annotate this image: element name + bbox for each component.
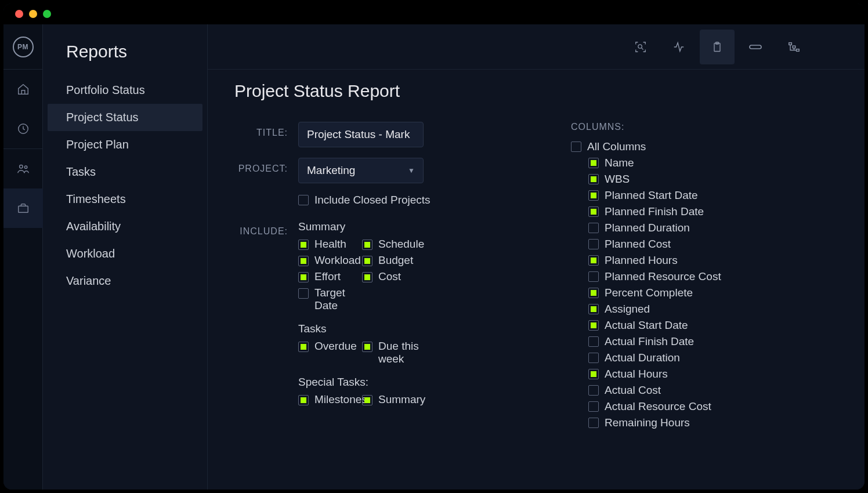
activity-icon (672, 41, 685, 53)
clipboard-icon (711, 41, 723, 53)
column-percent-complete-checkbox[interactable]: Percent Complete (571, 287, 780, 299)
svg-rect-9 (793, 46, 795, 48)
sidebar-item-tasks[interactable]: Tasks (43, 158, 207, 186)
column-planned-resource-cost-checkbox[interactable]: Planned Resource Cost (571, 270, 780, 283)
tool-activity[interactable] (661, 30, 696, 64)
svg-rect-8 (789, 42, 792, 45)
page-title: Project Status Report (234, 81, 838, 101)
nav-portfolio[interactable] (3, 188, 43, 228)
column-name-checkbox[interactable]: Name (571, 157, 780, 169)
sidebar-item-project-plan[interactable]: Project Plan (43, 131, 207, 158)
svg-rect-7 (750, 45, 761, 49)
nav-recent[interactable] (3, 109, 43, 148)
home-icon (17, 83, 30, 96)
tool-attach[interactable] (738, 30, 773, 64)
svg-point-4 (638, 44, 642, 48)
column-actual-cost-checkbox[interactable]: Actual Cost (571, 384, 780, 397)
people-icon (16, 162, 30, 175)
svg-point-2 (24, 166, 27, 168)
include-target-date-checkbox[interactable]: Target Date (298, 287, 362, 312)
tool-hierarchy[interactable] (776, 30, 811, 64)
chevron-down-icon: ▼ (408, 166, 415, 175)
include-budget-checkbox[interactable]: Budget (362, 254, 437, 267)
sidebar-item-portfolio-status[interactable]: Portfolio Status (43, 77, 207, 104)
svg-rect-10 (797, 49, 800, 51)
app-logo[interactable]: PM (3, 24, 43, 70)
column-planned-duration-checkbox[interactable]: Planned Duration (571, 222, 780, 234)
title-input[interactable]: Project Status - Mark (298, 122, 424, 147)
sidebar-item-workload[interactable]: Workload (43, 240, 207, 267)
sidebar-item-variance[interactable]: Variance (43, 267, 207, 295)
include-workload-checkbox[interactable]: Workload (298, 254, 362, 267)
scan-search-icon (634, 41, 647, 53)
include-overdue-checkbox[interactable]: Overdue (298, 340, 362, 353)
column-remaining-hours-checkbox[interactable]: Remaining Hours (571, 416, 780, 429)
sidebar: Reports Portfolio Status Project Status … (43, 24, 208, 490)
tool-search[interactable] (623, 30, 658, 64)
tasks-header: Tasks (298, 322, 513, 335)
include-due-this-week-checkbox[interactable]: Due this week (362, 340, 437, 365)
sidebar-item-timesheets[interactable]: Timesheets (43, 186, 207, 213)
sidebar-item-project-status[interactable]: Project Status (48, 104, 202, 131)
titlebar (3, 3, 865, 24)
include-label: INCLUDE: (234, 220, 288, 237)
include-milestones-checkbox[interactable]: Milestones (298, 393, 362, 406)
tool-clipboard[interactable] (700, 30, 735, 64)
toolbar (208, 24, 865, 70)
column-actual-hours-checkbox[interactable]: Actual Hours (571, 368, 780, 380)
include-closed-checkbox[interactable]: Include Closed Projects (298, 194, 513, 206)
minimize-window-button[interactable] (29, 10, 37, 18)
column-planned-finish-date-checkbox[interactable]: Planned Finish Date (571, 205, 780, 218)
paperclip-icon (748, 44, 762, 50)
special-tasks-header: Special Tasks: (298, 376, 513, 389)
columns-label: COLUMNS: (571, 122, 780, 132)
hierarchy-icon (787, 41, 800, 53)
nav-team[interactable] (3, 149, 43, 188)
logo-text: PM (17, 43, 28, 51)
project-select[interactable]: Marketing ▼ (298, 158, 424, 183)
column-wbs-checkbox[interactable]: WBS (571, 173, 780, 186)
all-columns-checkbox[interactable]: All Columns (571, 140, 780, 153)
project-label: PROJECT: (234, 158, 288, 174)
include-schedule-checkbox[interactable]: Schedule (362, 238, 437, 251)
column-actual-start-date-checkbox[interactable]: Actual Start Date (571, 319, 780, 332)
sidebar-item-availability[interactable]: Availability (43, 213, 207, 240)
include-effort-checkbox[interactable]: Effort (298, 270, 362, 283)
include-summary-checkbox[interactable]: Summary (362, 393, 437, 406)
column-actual-resource-cost-checkbox[interactable]: Actual Resource Cost (571, 400, 780, 413)
column-planned-hours-checkbox[interactable]: Planned Hours (571, 254, 780, 267)
summary-header: Summary (298, 220, 513, 233)
nav-home[interactable] (3, 70, 43, 109)
column-actual-finish-date-checkbox[interactable]: Actual Finish Date (571, 335, 780, 348)
close-window-button[interactable] (15, 10, 23, 18)
clock-icon (17, 122, 30, 135)
column-assigned-checkbox[interactable]: Assigned (571, 303, 780, 316)
nav-rail: PM (3, 24, 43, 490)
include-health-checkbox[interactable]: Health (298, 238, 362, 251)
maximize-window-button[interactable] (43, 10, 51, 18)
sidebar-title: Reports (43, 42, 207, 77)
briefcase-icon (17, 202, 30, 215)
include-cost-checkbox[interactable]: Cost (362, 270, 437, 283)
svg-rect-3 (18, 206, 28, 212)
column-planned-start-date-checkbox[interactable]: Planned Start Date (571, 189, 780, 202)
svg-point-1 (19, 165, 23, 169)
column-planned-cost-checkbox[interactable]: Planned Cost (571, 238, 780, 251)
title-label: TITLE: (234, 122, 288, 138)
column-actual-duration-checkbox[interactable]: Actual Duration (571, 351, 780, 364)
